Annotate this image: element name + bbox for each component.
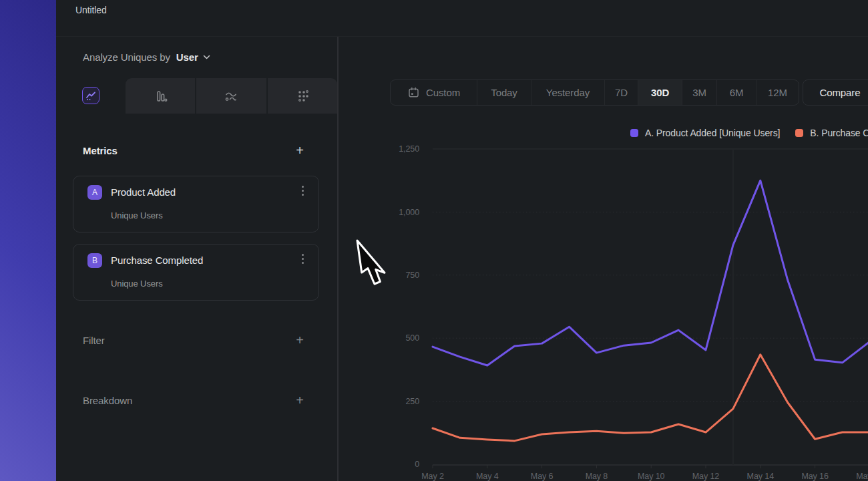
range-3m[interactable]: 3M xyxy=(682,80,716,105)
tab-grid-dots[interactable] xyxy=(266,78,337,114)
range-today[interactable]: Today xyxy=(477,80,531,105)
y-axis-label: 1,250 xyxy=(399,144,419,154)
range-6m[interactable]: 6M xyxy=(716,80,756,105)
tab-line-chart[interactable] xyxy=(56,77,126,114)
range-7d[interactable]: 7D xyxy=(604,80,638,105)
y-axis-label: 500 xyxy=(405,333,419,343)
tab-flows[interactable] xyxy=(195,78,266,114)
add-breakdown-button[interactable]: + xyxy=(294,393,306,408)
filter-section-title: Filter xyxy=(83,335,105,346)
analyze-entity-dropdown[interactable]: User xyxy=(176,51,198,63)
grid-dots-icon xyxy=(294,88,310,104)
x-axis-label: May 14 xyxy=(747,472,775,481)
y-axis-label: 1,000 xyxy=(399,208,419,217)
bar-chart-icon xyxy=(152,88,168,104)
range-yesterday[interactable]: Yesterday xyxy=(531,80,604,105)
metrics-section-title: Metrics xyxy=(83,145,118,156)
line-chart[interactable]: 02505007501,0001,250May 2May 4May 6May 8… xyxy=(337,107,868,481)
y-axis-label: 750 xyxy=(405,271,419,280)
mouse-cursor xyxy=(355,238,389,289)
analyze-row: Analyze Uniques by User xyxy=(83,50,210,63)
x-axis-label: May 12 xyxy=(692,472,720,481)
tab-bar-chart[interactable] xyxy=(126,78,195,114)
x-axis-label: May 16 xyxy=(801,472,829,481)
flows-icon xyxy=(223,88,239,104)
metric-badge: B xyxy=(87,253,102,268)
y-axis-label: 250 xyxy=(405,397,419,406)
metric-subtitle: Unique Users xyxy=(111,210,163,222)
metric-card-b[interactable]: BPurchase CompletedUnique Users xyxy=(73,244,319,301)
kebab-menu-icon[interactable] xyxy=(302,254,304,264)
range-30d[interactable]: 30D xyxy=(638,80,682,105)
x-axis-label: May 18 xyxy=(856,472,868,481)
series-line-a xyxy=(433,180,868,365)
metric-title: Product Added xyxy=(111,185,176,200)
x-axis-label: May 6 xyxy=(531,472,554,481)
date-range-bar: CustomTodayYesterday7D30D3M6M12M xyxy=(390,79,799,106)
insights-report-page: Untitled Analyze Uniques by User Metrics… xyxy=(0,0,868,481)
calendar-icon xyxy=(407,86,420,99)
range-custom[interactable]: Custom xyxy=(391,80,477,105)
header-divider xyxy=(56,36,868,37)
range-12m[interactable]: 12M xyxy=(756,80,799,105)
y-axis-label: 0 xyxy=(415,460,419,469)
analyze-label: Analyze Uniques by xyxy=(83,51,170,63)
x-axis-label: May 8 xyxy=(586,472,608,481)
line-chart-icon xyxy=(82,87,99,104)
x-axis-label: May 4 xyxy=(476,472,499,481)
x-axis-label: May 2 xyxy=(421,472,444,481)
chevron-down-icon[interactable] xyxy=(203,55,210,59)
kebab-menu-icon[interactable] xyxy=(302,186,304,196)
add-filter-button[interactable]: + xyxy=(294,333,306,348)
compare-button[interactable]: Compare xyxy=(803,79,868,106)
left-gradient-strip xyxy=(0,0,56,481)
metric-badge: A xyxy=(87,185,102,200)
report-title[interactable]: Untitled xyxy=(75,0,107,20)
chart-type-tabs xyxy=(56,77,337,114)
metric-title: Purchase Completed xyxy=(111,253,203,268)
breakdown-section-title: Breakdown xyxy=(83,395,132,406)
metric-subtitle: Unique Users xyxy=(111,278,163,290)
chart-type-tab-group xyxy=(126,78,337,114)
series-line-b xyxy=(433,355,868,441)
metric-card-a[interactable]: AProduct AddedUnique Users xyxy=(73,176,319,232)
add-metric-button[interactable]: + xyxy=(294,143,306,158)
x-axis-label: May 10 xyxy=(638,472,665,481)
